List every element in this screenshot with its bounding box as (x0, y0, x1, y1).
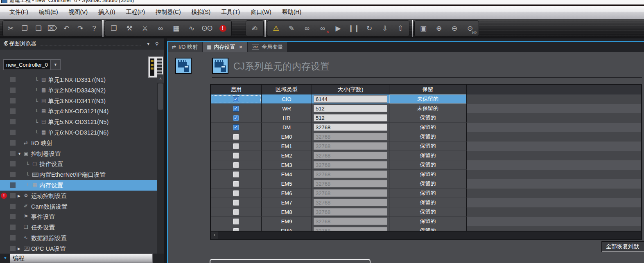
enable-checkbox[interactable] (233, 143, 239, 149)
enable-checkbox[interactable] (233, 106, 239, 112)
retain-label: 保留的 (420, 180, 436, 187)
scroll-up-icon[interactable]: ∧ (157, 74, 164, 83)
new-window-button[interactable]: ❒ (106, 22, 122, 35)
tree-item-event-settings[interactable]: ⚑事件设置 (0, 211, 157, 222)
size-input[interactable] (314, 105, 387, 112)
zoom-in-button[interactable]: ⊕ (431, 22, 447, 35)
tree-item-label: 控制器设置 (31, 150, 61, 158)
memory-settings-nav-icon[interactable] (175, 58, 192, 74)
tree-scrollbar[interactable]: ∧ (157, 74, 164, 254)
tree-item-unit-1[interactable]: L▤单元1:NX-ID3317(N1) (0, 74, 157, 85)
zoom-100-button[interactable]: ⊙100 (462, 22, 478, 35)
menu-tools[interactable]: 工具(T) (216, 7, 245, 18)
tree-item-unit-2[interactable]: L▤单元2:NX-ID3343(N2) (0, 85, 157, 96)
tree-item-task-settings[interactable]: ❏任务设置 (0, 222, 157, 233)
rebuild-button[interactable]: ⚔ (137, 22, 153, 35)
tab-memory-settings-icon: ▦ (207, 44, 211, 50)
enable-checkbox[interactable] (233, 134, 239, 140)
menu-insert[interactable]: 插入(I) (93, 7, 120, 18)
enable-checkbox[interactable] (233, 200, 239, 206)
enable-checkbox[interactable] (233, 96, 239, 102)
help-button[interactable]: ? (87, 22, 101, 35)
menu-view[interactable]: 视图(V) (63, 7, 93, 18)
area-type-label: EM9 (281, 218, 292, 225)
enable-checkbox[interactable] (233, 171, 239, 178)
enable-checkbox[interactable] (233, 209, 239, 215)
enable-checkbox[interactable] (233, 228, 239, 231)
tree-item-controller-settings[interactable]: ▼▣控制器设置 (0, 148, 157, 159)
tree-item-unit-6[interactable]: L▤单元6:NX-OD3121(N6) (0, 127, 157, 138)
tab-io-map[interactable]: ⇄I/O 映射 (168, 42, 202, 52)
abort-button[interactable]: ! (215, 22, 230, 35)
row-filler (467, 132, 641, 142)
download-button[interactable]: ⇩ (377, 22, 393, 35)
upload-button[interactable]: ⇧ (393, 22, 408, 35)
watch-button[interactable]: ∞ (299, 22, 315, 35)
tree-item-motion-control-settings[interactable]: !▶⚙运动控制设置 (0, 191, 157, 201)
simulation-run-button[interactable]: ▶ (330, 22, 346, 35)
tree-item-unit-5[interactable]: L▤单元5:NX-OD3121(N5) (0, 117, 157, 127)
menu-simulation[interactable]: 模拟(S) (186, 7, 216, 18)
tree-item-ethernet-ip-port-settings[interactable]: LEIP内置EtherNet/IP端口设置 (0, 169, 157, 180)
chevron-down-icon[interactable]: ▼ (50, 60, 60, 70)
enable-checkbox[interactable] (233, 153, 239, 159)
size-input[interactable] (314, 114, 387, 121)
menu-project[interactable]: 工程(P) (120, 7, 150, 18)
build-button[interactable]: ⚒ (122, 22, 137, 35)
pin-icon[interactable]: ⚲ (152, 41, 161, 47)
watch-off-button[interactable]: ∞✕ (315, 22, 330, 35)
close-icon[interactable]: ✕ (239, 45, 242, 50)
copy-button[interactable]: ❐ (18, 22, 32, 35)
tree-item-io-map[interactable]: ⇄I/O 映射 (0, 138, 157, 148)
restore-all-defaults-button[interactable]: 全部恢复到默 (602, 242, 644, 252)
programming-section-bar[interactable]: 编程 (10, 254, 153, 263)
warning-button[interactable]: ⚠ (268, 22, 284, 35)
enable-checkbox[interactable] (233, 218, 239, 225)
expanded-expander-icon[interactable]: ▼ (18, 152, 21, 156)
horizontal-scrollbar[interactable]: ‹ (211, 231, 641, 239)
cut-button[interactable]: ✂ (4, 22, 18, 35)
tree-item-unit-3[interactable]: L▤单元3:NX-ID3417(N3) (0, 96, 157, 106)
size-input[interactable] (314, 124, 387, 131)
tree-item-unit-4[interactable]: L▤单元4:NX-OD3121(N4) (0, 106, 157, 117)
menu-file[interactable]: 文件(F) (4, 7, 34, 18)
tab-global-variables[interactable]: var全局变量 (248, 42, 287, 52)
collapse-icon[interactable]: ▾ (144, 41, 152, 47)
paste-button[interactable]: ❏ (32, 22, 45, 35)
synchronize-button[interactable]: ↻ (362, 22, 377, 35)
enable-checkbox[interactable] (233, 115, 239, 121)
menu-controller[interactable]: 控制器(C) (150, 7, 186, 18)
zoom-fit-button[interactable]: ▣ (416, 22, 431, 35)
menu-window[interactable]: 窗口(W) (245, 7, 277, 18)
zoom-out-button[interactable]: ⊖ (447, 22, 462, 35)
menu-edit[interactable]: 编辑(E) (34, 7, 63, 18)
simulation-pause-button[interactable]: ❙❙ (346, 22, 362, 35)
enable-checkbox[interactable] (233, 181, 239, 187)
size-input[interactable] (314, 95, 387, 103)
undo-button[interactable]: ↶ (59, 22, 73, 35)
search-button[interactable]: ʘʘ (199, 22, 215, 35)
online-edit-button[interactable]: ✍ (247, 22, 262, 35)
enable-checkbox[interactable] (233, 162, 239, 168)
enable-checkbox[interactable] (233, 124, 239, 130)
enable-checkbox[interactable] (233, 190, 239, 196)
warning-off-button[interactable]: ✎ (284, 22, 299, 35)
delete-button[interactable]: ⌦ (45, 22, 59, 35)
tab-memory-settings[interactable]: ▦内存设置✕ (203, 42, 247, 52)
tree-item-cam-data-settings[interactable]: ✐Cam数据设置 (0, 201, 157, 212)
section-expander-icon[interactable]: ▼ (3, 256, 7, 260)
pulse-check-button[interactable]: ∿ (184, 22, 199, 35)
controller-select[interactable]: new_Controller_0 ▼ (3, 59, 61, 70)
scrollbar-thumb[interactable] (158, 83, 163, 110)
menu-help[interactable]: 帮助(H) (277, 7, 307, 18)
scroll-left-icon[interactable]: ‹ (211, 232, 218, 239)
tree-item-operation-settings[interactable]: L▢操作设置 (0, 159, 157, 169)
collapsed-expander-icon[interactable]: ▶ (18, 247, 20, 251)
program-check-button[interactable]: ∞ (153, 22, 168, 35)
tree-item-data-trace-settings[interactable]: ∿数据跟踪设置 (0, 233, 157, 243)
tree-item-opc-ua-settings[interactable]: ▶UAOPC UA设置 (0, 243, 157, 254)
collapsed-expander-icon[interactable]: ▶ (18, 194, 20, 198)
tree-item-memory-settings[interactable]: L▦内存设置 (0, 180, 157, 191)
check-all-button[interactable]: ▦ (168, 22, 184, 35)
redo-button[interactable]: ↷ (73, 22, 87, 35)
